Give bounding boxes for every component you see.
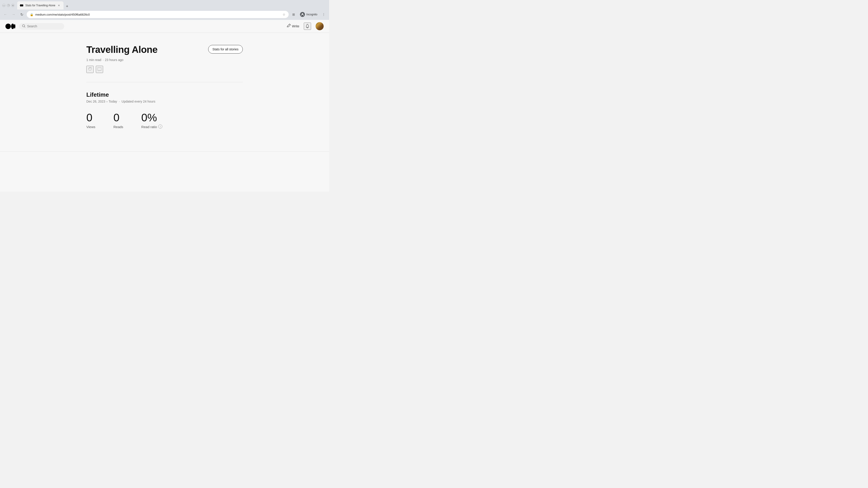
search-icon bbox=[22, 24, 25, 28]
svg-point-5 bbox=[14, 24, 16, 29]
avatar-image bbox=[315, 22, 324, 30]
browser-tabs: Stats for Travelling Alone ✕ + bbox=[17, 1, 327, 9]
search-placeholder: Search bbox=[27, 24, 37, 28]
close-button[interactable]: ✕ bbox=[11, 4, 14, 7]
reads-label: Reads bbox=[114, 125, 123, 129]
read-ratio-info-button[interactable]: i bbox=[158, 125, 162, 129]
subtitle-dot: · bbox=[119, 100, 120, 103]
read-ratio-label-container: Read ratio i bbox=[141, 124, 162, 129]
tab-title: Stats for Travelling Alone bbox=[25, 4, 55, 7]
forward-button[interactable]: → bbox=[10, 11, 17, 18]
published-time: 23 hours ago bbox=[105, 58, 123, 62]
search-bar[interactable]: Search bbox=[19, 23, 64, 30]
bottom-divider bbox=[0, 151, 329, 152]
story-title-section: Travelling Alone 1 min read · 23 hours a… bbox=[86, 44, 204, 73]
lifetime-subtitle: Dec 26, 2023 – Today · Updated every 24 … bbox=[86, 100, 243, 103]
more-options-button[interactable]: ⋮ bbox=[320, 11, 327, 18]
reads-stat: 0 Reads bbox=[114, 112, 123, 129]
header-left: Search bbox=[5, 23, 64, 30]
comment-button[interactable] bbox=[96, 66, 103, 73]
clap-button[interactable] bbox=[86, 66, 94, 73]
views-stat: 0 Views bbox=[86, 112, 95, 129]
svg-point-3 bbox=[5, 24, 11, 29]
browser-title-bar: — ❐ ✕ Stats for Travelling Alone bbox=[0, 0, 329, 9]
date-range: Dec 26, 2023 – Today bbox=[86, 100, 117, 103]
svg-point-0 bbox=[20, 4, 22, 6]
lock-icon: 🔒 bbox=[30, 13, 33, 16]
svg-point-4 bbox=[11, 24, 14, 29]
update-note: Updated every 24 hours bbox=[122, 100, 155, 103]
header-right: Write bbox=[287, 22, 324, 30]
incognito-button[interactable]: Incognito bbox=[298, 11, 320, 18]
tab-favicon bbox=[20, 4, 24, 7]
browser-address-bar: ← → ↻ 🔒 medium.com/me/stats/post/450f6a6… bbox=[0, 9, 329, 20]
browser-right-controls: ⊞ Incognito ⋮ bbox=[290, 11, 327, 18]
url-display: medium.com/me/stats/post/450f6a6826c0 bbox=[35, 13, 281, 16]
lifetime-section: Lifetime Dec 26, 2023 – Today · Updated … bbox=[86, 91, 243, 129]
stats-all-stories-button[interactable]: Stats for all stories bbox=[208, 45, 243, 54]
write-icon bbox=[287, 24, 291, 29]
read-ratio-value: 0% bbox=[141, 112, 162, 123]
page-content: Search Write bbox=[0, 20, 329, 192]
avatar[interactable] bbox=[315, 22, 324, 30]
read-ratio-stat: 0% Read ratio i bbox=[141, 112, 162, 129]
new-tab-button[interactable]: + bbox=[64, 3, 70, 9]
read-ratio-label: Read ratio bbox=[141, 125, 157, 129]
restore-button[interactable]: ❐ bbox=[7, 4, 10, 7]
tab-close-button[interactable]: ✕ bbox=[57, 4, 61, 7]
reader-mode-button[interactable]: ⊞ bbox=[290, 11, 297, 18]
story-title: Travelling Alone bbox=[86, 44, 204, 55]
bookmark-star-icon[interactable]: ☆ bbox=[283, 13, 285, 16]
active-browser-tab[interactable]: Stats for Travelling Alone ✕ bbox=[17, 1, 64, 9]
refresh-button[interactable]: ↻ bbox=[19, 11, 25, 18]
incognito-icon bbox=[300, 12, 305, 17]
minimize-button[interactable]: — bbox=[2, 4, 5, 7]
window-controls: — ❐ ✕ bbox=[2, 4, 14, 7]
reads-value: 0 bbox=[114, 112, 123, 123]
lifetime-title: Lifetime bbox=[86, 91, 243, 98]
views-value: 0 bbox=[86, 112, 95, 123]
notification-button[interactable] bbox=[304, 23, 311, 30]
browser-chrome: — ❐ ✕ Stats for Travelling Alone bbox=[0, 0, 329, 20]
read-time: 1 min read bbox=[86, 58, 101, 62]
medium-logo[interactable] bbox=[5, 23, 16, 29]
story-header: Travelling Alone 1 min read · 23 hours a… bbox=[86, 44, 243, 73]
main-content: Travelling Alone 1 min read · 23 hours a… bbox=[81, 33, 248, 138]
address-bar[interactable]: 🔒 medium.com/me/stats/post/450f6a6826c0 … bbox=[27, 11, 289, 18]
write-button[interactable]: Write bbox=[287, 24, 299, 29]
story-meta: 1 min read · 23 hours ago bbox=[86, 58, 204, 62]
write-label: Write bbox=[292, 24, 299, 28]
incognito-label: Incognito bbox=[306, 13, 317, 16]
stats-grid: 0 Views 0 Reads 0% Read ratio i bbox=[86, 112, 243, 129]
back-button[interactable]: ← bbox=[2, 11, 8, 18]
story-actions bbox=[86, 66, 204, 73]
site-header: Search Write bbox=[0, 20, 329, 33]
info-symbol: i bbox=[160, 125, 160, 128]
meta-separator: · bbox=[103, 58, 103, 62]
views-label: Views bbox=[86, 125, 95, 129]
svg-point-1 bbox=[22, 4, 23, 6]
